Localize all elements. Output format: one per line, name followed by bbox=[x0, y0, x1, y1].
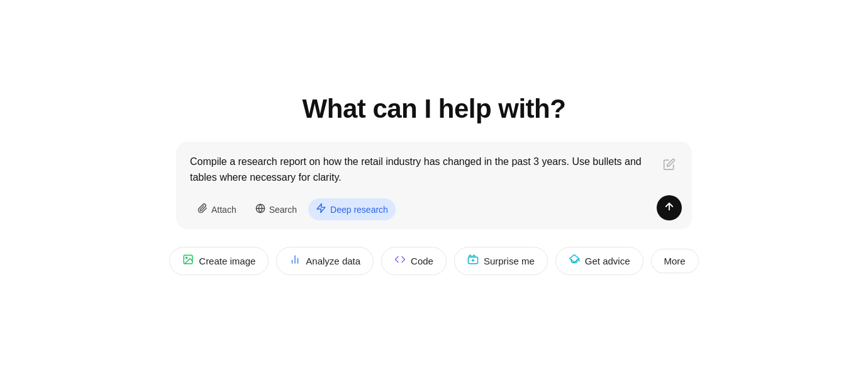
chip-create-image-label: Create image bbox=[199, 256, 255, 266]
chip-analyze-data-label: Analyze data bbox=[306, 256, 360, 266]
analyze-data-icon bbox=[289, 254, 301, 268]
main-input[interactable]: Compile a research report on how the ret… bbox=[190, 154, 654, 192]
chip-code[interactable]: Code bbox=[381, 247, 447, 275]
code-icon bbox=[394, 254, 406, 268]
chip-surprise-me-label: Surprise me bbox=[484, 256, 535, 266]
attach-button[interactable]: Attach bbox=[190, 199, 244, 220]
input-container: Compile a research report on how the ret… bbox=[176, 142, 692, 229]
chip-analyze-data[interactable]: Analyze data bbox=[276, 247, 374, 275]
get-advice-icon bbox=[569, 254, 580, 268]
send-button[interactable] bbox=[657, 195, 682, 220]
edit-icon-button[interactable] bbox=[660, 156, 678, 173]
surprise-me-icon bbox=[467, 254, 479, 268]
edit-icon bbox=[663, 158, 676, 171]
search-button[interactable]: Search bbox=[248, 199, 304, 220]
chip-create-image[interactable]: Create image bbox=[169, 247, 269, 275]
deep-research-button[interactable]: Deep research bbox=[308, 198, 396, 220]
globe-icon bbox=[255, 203, 265, 216]
attach-label: Attach bbox=[211, 205, 236, 215]
attach-icon bbox=[198, 203, 208, 216]
svg-point-4 bbox=[186, 257, 187, 258]
chip-more[interactable]: More bbox=[651, 249, 699, 273]
search-label: Search bbox=[269, 205, 297, 215]
chip-get-advice[interactable]: Get advice bbox=[555, 247, 643, 275]
input-actions: Attach Search Deep research bbox=[190, 198, 678, 220]
send-icon bbox=[664, 201, 675, 215]
create-image-icon bbox=[182, 254, 194, 268]
input-area: Compile a research report on how the ret… bbox=[190, 154, 678, 192]
page-title: What can I help with? bbox=[303, 94, 566, 124]
bottom-chips: Create image Analyze data Code bbox=[169, 247, 698, 275]
chip-get-advice-label: Get advice bbox=[585, 256, 630, 266]
chip-surprise-me[interactable]: Surprise me bbox=[454, 247, 548, 275]
deep-research-label: Deep research bbox=[330, 205, 388, 215]
deep-research-icon bbox=[316, 203, 326, 216]
chip-code-label: Code bbox=[411, 256, 433, 266]
chip-more-label: More bbox=[664, 256, 686, 266]
